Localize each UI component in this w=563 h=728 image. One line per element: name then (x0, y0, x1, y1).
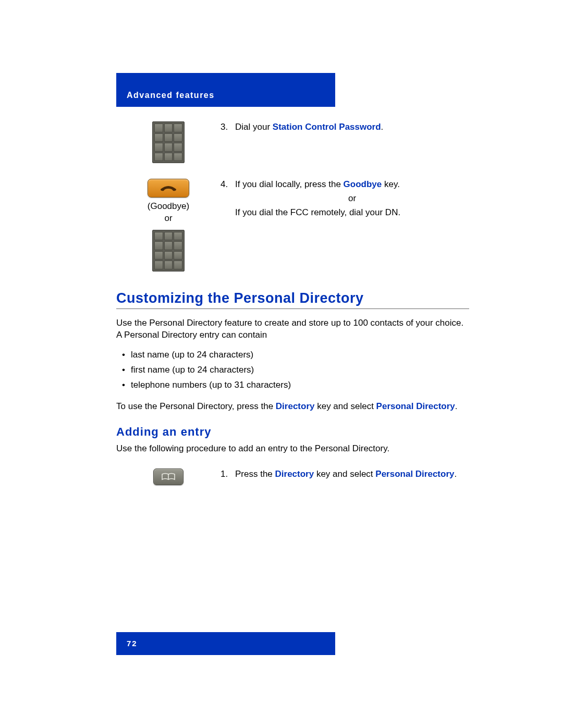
step-1-text: 1. Press the Directory key and select Pe… (221, 468, 469, 480)
bold-term: Personal Directory (375, 469, 454, 479)
goodbye-caption: (Goodbye) or (148, 201, 189, 225)
page-number: 72 (127, 639, 138, 648)
list-item: telephone numbers (up to 31 characters) (116, 378, 469, 393)
handset-down-icon (160, 184, 177, 192)
bold-term: Station Control Password (273, 122, 381, 132)
text: Dial your (235, 122, 273, 132)
document-page: Advanced features 3. Dial your Station C… (0, 0, 563, 728)
header-title: Advanced features (127, 91, 215, 100)
page-footer: 72 (116, 632, 335, 655)
step-3-icon-column (116, 121, 221, 163)
step-number: 3. (221, 121, 235, 133)
step-number: 4. (221, 179, 235, 219)
goodbye-button-icon (148, 179, 189, 198)
step-body: Dial your Station Control Password. (235, 121, 469, 133)
bold-term: Goodbye (344, 179, 382, 189)
text: key and select (314, 469, 375, 479)
step-number: 1. (221, 468, 235, 480)
step-body: Press the Directory key and select Perso… (235, 468, 469, 480)
subsection-intro: Use the following procedure to add an en… (116, 443, 469, 455)
step-3-row: 3. Dial your Station Control Password. (116, 121, 469, 163)
text: . (381, 122, 384, 132)
text: . (455, 469, 457, 479)
section-intro: Use the Personal Directory feature to cr… (116, 317, 469, 341)
bold-term: Directory (276, 401, 315, 411)
section-instruction: To use the Personal Directory, press the… (116, 401, 469, 413)
bullet-list: last name (up to 24 characters) first na… (116, 348, 469, 393)
caption-text: (Goodbye) (148, 201, 189, 211)
or-separator: or (235, 193, 469, 205)
text: key. (382, 179, 400, 189)
text: . (455, 401, 458, 411)
list-item: last name (up to 24 characters) (116, 348, 469, 363)
step-4-icon-column: (Goodbye) or (116, 179, 221, 272)
step-1-row: 1. Press the Directory key and select Pe… (116, 468, 469, 485)
text: key and select (314, 401, 376, 411)
step-4-text: 4. If you dial locally, press the Goodby… (221, 179, 469, 219)
bold-term: Personal Directory (376, 401, 455, 411)
step-4-row: (Goodbye) or 4. If you dial locally, pre… (116, 179, 469, 272)
keypad-icon (152, 121, 185, 163)
step-body: If you dial locally, press the Goodbye k… (235, 179, 469, 219)
open-book-icon (161, 473, 176, 481)
text: Press the (235, 469, 275, 479)
text: If you dial locally, press the (235, 179, 344, 189)
step-1-icon-column (116, 468, 221, 485)
step-3-text: 3. Dial your Station Control Password. (221, 121, 469, 133)
section-heading: Customizing the Personal Directory (116, 290, 469, 309)
text: If you dial the FCC remotely, dial your … (235, 207, 469, 219)
subsection-heading: Adding an entry (116, 425, 469, 439)
bold-term: Directory (275, 469, 314, 479)
page-header: Advanced features (116, 73, 335, 107)
directory-button-icon (153, 468, 183, 485)
text: To use the Personal Directory, press the (116, 401, 276, 411)
keypad-icon (152, 230, 185, 272)
list-item: first name (up to 24 characters) (116, 363, 469, 378)
caption-or: or (164, 213, 172, 223)
